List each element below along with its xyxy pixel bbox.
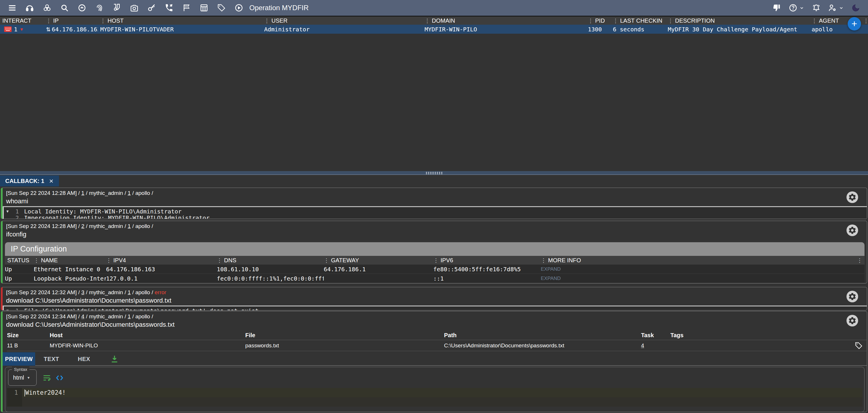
output-line: 2 Impersonation Identity: MYDFIR-WIN-PIL… (4, 215, 867, 219)
column-menu-icon[interactable]: ⋮ (324, 257, 329, 264)
account-settings-icon[interactable] (828, 3, 837, 12)
col-extra[interactable]: ⋮ (861, 17, 868, 25)
notifications-bell-icon[interactable] (812, 3, 821, 12)
column-menu-icon[interactable]: ⋮ (541, 257, 546, 264)
split-drag-divider[interactable] (0, 171, 868, 175)
task-actions-button[interactable] (846, 224, 858, 236)
task-command: ifconfig (3, 229, 867, 239)
add-tag-icon[interactable] (855, 342, 863, 350)
tags-icon[interactable] (217, 3, 226, 12)
task-meta: [Sun Sep 22 2024 12:28 AM] / 1 / mythic_… (3, 188, 867, 196)
search-icon[interactable] (60, 3, 69, 12)
callbacks-table-header: INTERACT ⋮IP ⋮HOST ⋮USER ⋮DOMAIN ⋮PID ⋮L… (0, 17, 868, 25)
fingerprint-icon[interactable] (95, 3, 104, 12)
column-menu-icon[interactable]: ⋮ (668, 18, 673, 24)
view-source-code-icon[interactable] (55, 374, 64, 383)
headphones-icon[interactable] (25, 3, 34, 12)
task-output[interactable]: ▼ 1 File 'C:\Users\Administrator\Documen… (3, 306, 867, 311)
description-cell: MyDFIR 30 Day Challenge Payload/Agent (665, 25, 809, 34)
screencapture-camera-icon[interactable] (130, 3, 139, 12)
collapse-chevron-icon[interactable]: ▼ (4, 308, 11, 311)
expand-link[interactable]: EXPAND (541, 266, 561, 272)
col-description[interactable]: ⋮DESCRIPTION (665, 17, 809, 25)
account-settings-menu[interactable] (828, 3, 844, 12)
biohazard-icon[interactable] (42, 3, 52, 12)
col-host[interactable]: ⋮HOST (98, 17, 262, 25)
top-app-bar: Operation MYDFIR (0, 0, 868, 17)
feedback-thumbs-down-icon[interactable] (772, 3, 781, 12)
drag-grip-dots[interactable] (426, 172, 443, 174)
callback-tab[interactable]: CALLBACK: 1 (0, 176, 59, 187)
active-operation-play-icon[interactable] (234, 3, 244, 12)
callbacks-phone-icon[interactable] (164, 3, 174, 12)
column-menu-icon[interactable]: ⋮ (588, 18, 593, 24)
ip-expand-icon[interactable]: ⇅ (46, 26, 51, 33)
col-ip[interactable]: ⋮IP (43, 17, 98, 25)
col-interact[interactable]: INTERACT (0, 17, 43, 25)
column-menu-icon[interactable]: ⋮ (264, 18, 270, 24)
column-menu-icon[interactable]: ⋮ (433, 257, 439, 264)
ip-dns: fec0:0:0:ffff::1%1,fec0:0:0:ffff::2%1, (217, 274, 324, 283)
keyboard-interact-icon[interactable] (4, 26, 11, 32)
callback-dropdown-icon[interactable]: ▼ (20, 27, 23, 32)
column-menu-icon[interactable]: ⋮ (100, 18, 106, 24)
menu-icon[interactable] (7, 3, 17, 12)
column-menu-icon[interactable]: ⋮ (812, 18, 817, 24)
last-checkin-cell: 6 seconds (611, 25, 665, 34)
credentials-key-icon[interactable] (147, 3, 156, 12)
collapse-chevron-icon[interactable]: ▼ (4, 208, 11, 215)
col-user[interactable]: ⋮USER (262, 17, 422, 25)
wrap-text-icon[interactable] (42, 374, 51, 383)
column-menu-icon[interactable]: ⋮ (106, 257, 112, 264)
task-output[interactable]: ▼ 1 Local Identity: MYDFIR-WIN-PILO\Admi… (3, 206, 867, 219)
column-menu-icon[interactable]: ⋮ (217, 257, 222, 264)
add-callback-button[interactable]: + (848, 17, 861, 31)
ip-col-ipv6[interactable]: ⋮IPV6 (433, 256, 541, 264)
ip-col-extra[interactable]: ⋮ (857, 256, 865, 264)
column-menu-icon[interactable]: ⋮ (613, 18, 618, 24)
help-icon[interactable] (788, 3, 798, 12)
pid-cell: 1300 (586, 25, 611, 34)
column-menu-icon[interactable]: ⋮ (34, 257, 39, 264)
task-actions-button[interactable] (846, 291, 858, 303)
file-col-path: Path (444, 331, 641, 340)
task-meta: [Sun Sep 22 2024 12:28 AM] / 2 / mythic_… (3, 221, 867, 229)
col-pid[interactable]: ⋮PID (586, 17, 611, 25)
syntax-select[interactable]: Syntax html ▾ (8, 370, 37, 386)
tab-text[interactable]: TEXT (35, 352, 68, 366)
ip-col-gateway[interactable]: ⋮GATEWAY (324, 256, 433, 264)
ip-col-more-info[interactable]: ⋮MORE INFO (541, 256, 857, 264)
file-content-editor[interactable]: 1 Winter2024! (7, 388, 863, 407)
ip-col-status[interactable]: STATUS (5, 256, 34, 264)
expand-link[interactable]: EXPAND (541, 276, 561, 281)
tab-preview[interactable]: PREVIEW (3, 352, 35, 366)
task-actions-button[interactable] (846, 315, 858, 326)
download-file-table: Size Host File Path Task Tags 11 B MYDFI… (3, 331, 867, 351)
user-cell: Administrator (262, 25, 422, 34)
ip-col-ipv4[interactable]: ⋮IPV4 (106, 256, 217, 264)
col-domain[interactable]: ⋮DOMAIN (422, 17, 586, 25)
column-menu-icon[interactable]: ⋮ (46, 18, 52, 24)
help-menu[interactable] (788, 3, 805, 12)
ip-gateway (324, 274, 433, 283)
task-actions-button[interactable] (846, 191, 858, 203)
tab-hex[interactable]: HEX (68, 352, 100, 366)
column-menu-icon[interactable]: ⋮ (857, 257, 863, 264)
task-number-link[interactable]: 4 (641, 342, 644, 349)
column-menu-icon[interactable]: ⋮ (425, 18, 430, 24)
reporting-flag-icon[interactable] (182, 3, 191, 12)
line-number: 2 (11, 215, 19, 219)
ip-col-name[interactable]: ⋮NAME (34, 256, 106, 264)
keylog-icon[interactable] (77, 3, 87, 12)
interact-cell[interactable]: 1 ▼ (0, 25, 43, 34)
close-icon[interactable] (49, 179, 54, 184)
column-menu-icon[interactable]: ⋮ (863, 18, 868, 24)
task-card-ifconfig: [Sun Sep 22 2024 12:28 AM] / 2 / mythic_… (1, 221, 867, 283)
payloads-table-icon[interactable] (199, 3, 209, 12)
col-last-checkin[interactable]: ⋮LAST CHECKIN (611, 17, 665, 25)
ip-col-dns[interactable]: ⋮DNS (217, 256, 324, 264)
dark-mode-moon-icon[interactable] (851, 3, 861, 12)
download-file-icon[interactable] (110, 355, 119, 363)
socks-icon[interactable] (112, 3, 121, 12)
callback-row[interactable]: 1 ▼ ⇅64.176.186.163 MYDFIR-WIN-PILOTVADE… (0, 25, 868, 34)
